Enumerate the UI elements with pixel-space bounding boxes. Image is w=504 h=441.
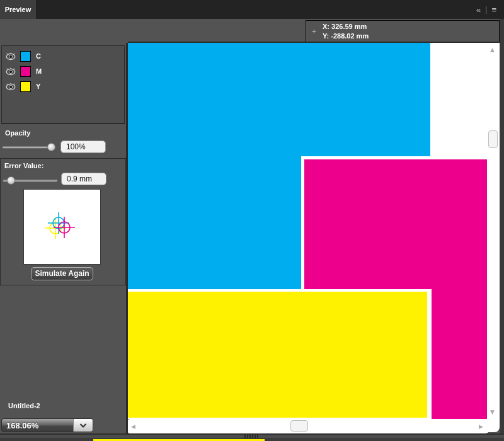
registration-preview-thumbnail <box>23 189 101 265</box>
channel-row-cyan[interactable]: C <box>2 49 124 64</box>
artboard-canvas[interactable] <box>128 43 487 419</box>
scroll-right-icon[interactable]: ▶ <box>479 423 483 430</box>
zoom-level-dropdown[interactable]: 168.06% <box>1 418 93 432</box>
yellow-plate-keyline <box>128 289 432 419</box>
zoom-level-value: 168.06% <box>6 421 38 430</box>
y-coordinate: Y: -288.02 mm <box>323 32 369 40</box>
error-value-field[interactable]: 0.9 mm <box>61 173 106 185</box>
magenta-swatch[interactable] <box>20 66 31 77</box>
yellow-plate[interactable] <box>128 292 427 418</box>
scroll-left-icon[interactable]: ◀ <box>131 423 135 430</box>
cyan-registration-mark <box>48 212 69 234</box>
chevron-down-icon[interactable] <box>73 419 93 432</box>
opacity-label: Opacity <box>5 129 30 137</box>
visibility-eye-icon[interactable] <box>5 67 16 76</box>
window-right-edge <box>500 19 504 441</box>
channel-label: C <box>36 52 41 60</box>
horizontal-scroll-thumb[interactable] <box>290 420 308 432</box>
coordinate-readout: + X: 326.59 mm Y: -288.02 mm <box>306 20 500 42</box>
separator: | <box>485 5 487 14</box>
simulate-again-button[interactable]: Simulate Again <box>31 267 93 280</box>
title-bar: Preview « | ≡ <box>0 0 504 19</box>
visibility-eye-icon[interactable] <box>5 83 16 91</box>
horizontal-scrollbar[interactable]: ◀ ▶ <box>128 419 491 433</box>
opacity-value-field[interactable]: 100% <box>60 140 106 153</box>
vertical-scrollbar[interactable]: ▲ ▼ <box>487 43 500 432</box>
channel-row-magenta[interactable]: M <box>2 64 124 79</box>
preview-window: Preview « | ≡ %⇅ 255 <box>0 0 504 441</box>
document-name: Untitled-2 <box>8 402 40 410</box>
crosshair-icon: + <box>312 27 316 36</box>
visibility-eye-icon[interactable] <box>5 52 16 60</box>
side-panel: C M Y Opacity 100% Error Value: <box>0 43 126 433</box>
collapse-panel-icon[interactable]: « <box>476 5 481 14</box>
scroll-up-icon[interactable]: ▲ <box>490 47 495 53</box>
opacity-slider-handle[interactable] <box>47 143 55 151</box>
cyan-swatch[interactable] <box>20 51 31 62</box>
magenta-registration-mark <box>54 217 75 238</box>
channel-label: M <box>36 67 42 75</box>
x-coordinate: X: 326.59 mm <box>323 23 367 30</box>
resize-grip-icon[interactable] <box>244 435 258 438</box>
channel-list: C M Y <box>1 45 125 124</box>
scroll-down-icon[interactable]: ▼ <box>490 409 495 415</box>
channel-row-yellow[interactable]: Y <box>2 79 124 94</box>
channel-label: Y <box>36 83 40 90</box>
error-slider-handle[interactable] <box>7 176 15 185</box>
yellow-swatch[interactable] <box>20 81 31 92</box>
tab-preview[interactable]: Preview <box>0 0 36 19</box>
error-value-label: Error Value: <box>4 162 43 169</box>
panel-menu-icon[interactable]: ≡ <box>491 5 496 14</box>
error-value-group: Error Value: 0.9 mm <box>0 158 126 285</box>
vertical-scroll-thumb[interactable] <box>488 130 498 148</box>
